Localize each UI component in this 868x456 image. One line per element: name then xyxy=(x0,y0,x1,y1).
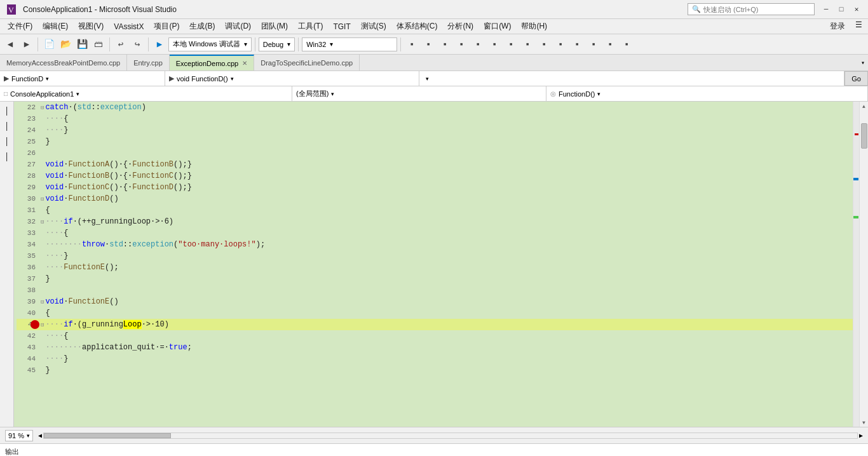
open-file-button[interactable]: 📂 xyxy=(58,37,73,52)
config-dropdown[interactable]: Debug xyxy=(259,37,295,51)
line-number-39: 39 xyxy=(17,298,41,305)
tab-drag-label: DragToSpecificLineDemo.cpp xyxy=(261,59,353,67)
tab-memory[interactable]: MemoryAccessBreakPointDemo.cpp xyxy=(0,55,127,70)
tab-entry[interactable]: Entry.cpp xyxy=(127,55,170,70)
zoom-value: 91 % xyxy=(8,432,24,439)
menu-debug[interactable]: 调试(D) xyxy=(220,20,256,33)
code-line-25: 25 · } xyxy=(17,136,853,147)
breakpoint-41[interactable] xyxy=(31,320,39,329)
scroll-down-button[interactable]: ▼ xyxy=(862,418,865,427)
nav-right-dropdown[interactable]: ▾ xyxy=(419,71,844,86)
output-panel: 输出 xyxy=(0,443,868,456)
sidebar-icon-2[interactable]: | xyxy=(1,119,13,132)
line-content-34: ········throw·std::exception("too·many·l… xyxy=(45,240,853,249)
expand-41[interactable]: ⊟ xyxy=(41,321,44,328)
save-all-button[interactable]: 🗃 xyxy=(91,37,106,52)
toolbar-btn-15[interactable]: ▪ xyxy=(536,37,552,52)
toolbar-btn-8[interactable]: ▪ xyxy=(421,37,436,52)
save-button[interactable]: 💾 xyxy=(74,37,90,52)
undo-button[interactable]: ↩ xyxy=(113,37,128,52)
menu-tgit[interactable]: TGIT xyxy=(328,21,355,32)
toolbar-btn-9[interactable]: ▪ xyxy=(437,37,452,52)
debug-start-button[interactable]: ▶ xyxy=(152,37,167,52)
back-button[interactable]: ◀ xyxy=(3,37,18,52)
line-content-22: catch·(std::exception) xyxy=(45,103,853,112)
code-line-43: 43 · ········application_quit·=·true; xyxy=(17,342,853,353)
line-number-40: 40 xyxy=(17,309,41,317)
expand-39[interactable]: ⊟ xyxy=(41,298,44,305)
line-number-36: 36 xyxy=(17,264,41,271)
tab-drag[interactable]: DragToSpecificLineDemo.cpp xyxy=(254,55,360,70)
tab-exception-close[interactable]: ✕ xyxy=(242,60,247,67)
new-file-button[interactable]: 📄 xyxy=(41,37,57,52)
redo-button[interactable]: ↪ xyxy=(130,37,145,52)
sidebar-icon-1[interactable]: | xyxy=(1,104,13,117)
menu-tools[interactable]: 工具(T) xyxy=(293,20,328,33)
toolbar-btn-17[interactable]: ▪ xyxy=(569,37,585,52)
quick-search-input[interactable] xyxy=(703,6,805,13)
menu-architecture[interactable]: 体系结构(C) xyxy=(391,20,443,33)
menu-file[interactable]: 文件(F) xyxy=(3,20,37,33)
toolbar-btn-16[interactable]: ▪ xyxy=(553,37,568,52)
toolbar-btn-13[interactable]: ▪ xyxy=(503,37,519,52)
vertical-scrollbar[interactable]: ▲ ▼ xyxy=(859,102,868,427)
close-button[interactable]: ✕ xyxy=(850,3,863,16)
toolbar-btn-20[interactable]: ▪ xyxy=(619,37,634,52)
expand-30[interactable]: ⊟ xyxy=(41,196,44,203)
menu-build[interactable]: 生成(B) xyxy=(184,20,220,33)
quick-search-box[interactable]: 🔍 xyxy=(688,3,815,15)
menu-vassistx[interactable]: VAssistX xyxy=(109,21,149,32)
nav-go-button[interactable]: Go xyxy=(844,71,868,86)
expand-32[interactable]: ⊟ xyxy=(41,218,44,225)
menu-team[interactable]: 团队(M) xyxy=(256,20,293,33)
menu-analyze[interactable]: 分析(N) xyxy=(442,20,478,33)
hscroll-left[interactable]: ◀ xyxy=(38,432,42,439)
line-number-35: 35 xyxy=(17,252,41,260)
scroll-up-button[interactable]: ▲ xyxy=(862,102,865,111)
maximize-button[interactable]: □ xyxy=(835,3,848,16)
nav-scope-dropdown[interactable]: ▶ FunctionD ▾ xyxy=(0,71,165,86)
hscroll-track[interactable] xyxy=(43,433,858,439)
debug-target-dropdown[interactable]: 本地 Windows 调试器 xyxy=(168,37,252,51)
left-sidebar: | | | | xyxy=(0,102,14,427)
tab-exception[interactable]: ExceptionDemo.cpp ✕ xyxy=(170,55,254,70)
scope-function-text: FunctionD() xyxy=(559,90,595,98)
menu-project[interactable]: 项目(P) xyxy=(149,20,184,33)
minimize-button[interactable]: ─ xyxy=(820,3,832,16)
toolbar-btn-14[interactable]: ▪ xyxy=(520,37,535,52)
scroll-thumb[interactable] xyxy=(861,123,867,149)
toolbar-btn-7[interactable]: ▪ xyxy=(404,37,419,52)
scope-global-dropdown[interactable]: (全局范围) ▾ xyxy=(292,86,546,101)
menu-help[interactable]: 帮助(H) xyxy=(516,20,552,33)
platform-dropdown[interactable]: Win32 xyxy=(302,37,397,51)
tab-scroll-button[interactable]: ▾ xyxy=(858,55,868,70)
toolbar-btn-11[interactable]: ▪ xyxy=(470,37,485,52)
tab-spacer xyxy=(360,55,858,70)
settings-icon[interactable]: ☰ xyxy=(850,19,865,34)
menu-window[interactable]: 窗口(W) xyxy=(478,20,516,33)
menu-view[interactable]: 视图(V) xyxy=(73,20,109,33)
scope-left-icon: □ xyxy=(4,90,8,97)
horizontal-scrollbar[interactable]: ◀ ▶ xyxy=(38,432,863,439)
toolbar-btn-10[interactable]: ▪ xyxy=(454,37,469,52)
sidebar-icon-3[interactable]: | xyxy=(1,135,13,147)
menu-edit[interactable]: 编辑(E) xyxy=(37,20,73,33)
code-editor[interactable]: 22 ⊟ catch·(std::exception) 23 · ····{ 2… xyxy=(14,102,853,427)
login-button[interactable]: 登录 xyxy=(825,20,850,33)
menu-test[interactable]: 测试(S) xyxy=(356,20,391,33)
hscroll-thumb[interactable] xyxy=(44,433,171,438)
scope-function-dropdown[interactable]: ◎ FunctionD() ▾ xyxy=(546,86,868,101)
hscroll-right[interactable]: ▶ xyxy=(859,432,863,439)
svg-text:V: V xyxy=(8,6,14,15)
sidebar-icon-4[interactable]: | xyxy=(1,150,13,163)
zoom-dropdown[interactable]: 91 % xyxy=(5,430,33,441)
toolbar-btn-12[interactable]: ▪ xyxy=(487,37,502,52)
toolbar-btn-19[interactable]: ▪ xyxy=(602,37,618,52)
nav-function-dropdown[interactable]: ▶ void FunctionD() ▾ xyxy=(165,71,419,86)
expand-22[interactable]: ⊟ xyxy=(41,104,44,111)
scroll-track[interactable] xyxy=(860,111,868,418)
forward-button[interactable]: ▶ xyxy=(19,37,34,52)
code-area[interactable]: 22 ⊟ catch·(std::exception) 23 · ····{ 2… xyxy=(14,102,853,427)
toolbar-btn-18[interactable]: ▪ xyxy=(586,37,601,52)
scope-project-dropdown[interactable]: □ ConsoleApplication1 ▾ xyxy=(0,86,292,101)
